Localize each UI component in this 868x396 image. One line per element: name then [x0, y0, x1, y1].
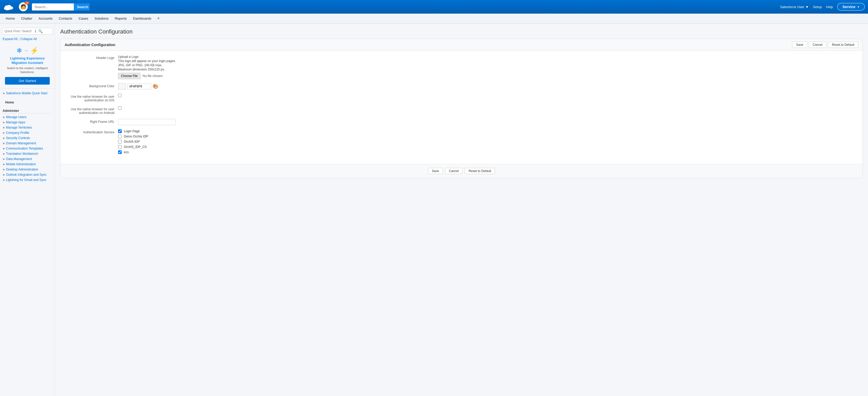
sidebar-home-label: Home — [3, 99, 52, 105]
sidebar-item-domain-management[interactable]: ▶ Domain Management — [3, 141, 52, 146]
triangle-icon: ▶ — [3, 116, 5, 118]
user-label: Salesforce User — [780, 5, 804, 9]
reset-button-top[interactable]: Reset to Default — [828, 42, 858, 48]
auth-option-demo-orchis: Demo Orchis IDP — [118, 134, 857, 138]
sidebar-item-lightning-gmail[interactable]: ▶ Lightning for Gmail and Sync — [3, 177, 52, 183]
upload-line2: This logo will appear on your login page… — [118, 59, 857, 63]
auth-checkbox-login-page[interactable] — [118, 129, 122, 133]
help-link[interactable]: Help — [826, 5, 833, 9]
notification-badge: 19 — [25, 1, 29, 4]
sidebar-search-input[interactable] — [2, 28, 34, 34]
auth-checkbox-orchis-idp-cs[interactable] — [118, 145, 122, 149]
android-checkbox[interactable] — [118, 106, 121, 110]
nav-home[interactable]: Home — [3, 14, 18, 23]
nav-contacts[interactable]: Contacts — [56, 14, 75, 23]
auth-service-row: Authentication Service Login Page Demo O… — [66, 129, 857, 156]
right-frame-url-input[interactable] — [118, 119, 176, 125]
lightning-gmail-label: Lightning for Gmail and Sync — [6, 178, 46, 182]
sidebar-item-manage-apps[interactable]: ▶ Manage Apps — [3, 120, 52, 125]
nav-dashboards[interactable]: Dashboards — [130, 14, 154, 23]
page-title: Authentication Configuration — [60, 28, 863, 35]
sidebar-info-icon[interactable]: ℹ — [34, 28, 37, 34]
service-button[interactable]: Service ▼ — [837, 3, 865, 11]
search-input[interactable] — [32, 3, 74, 10]
triangle-icon: ▶ — [3, 179, 5, 181]
sidebar-search-icon[interactable]: 🔍 — [37, 28, 44, 34]
migration-assistant-box: ❄ → ⚡ Lightning Experience Migration Ass… — [0, 43, 55, 89]
triangle-icon: ▶ — [3, 121, 5, 124]
data-management-label: Data Management — [6, 157, 32, 161]
sidebar-item-manage-users[interactable]: ▶ Manage Users — [3, 115, 52, 120]
get-started-button[interactable]: Get Started — [5, 77, 50, 85]
expand-all-link[interactable]: Expand All — [3, 37, 18, 41]
search-button[interactable]: Search — [74, 3, 90, 10]
manage-apps-label: Manage Apps — [6, 120, 25, 124]
auth-label-login-page: Login Page — [124, 129, 140, 133]
ios-browser-row: Use the native browser for user authenti… — [66, 94, 857, 102]
nav-solutions[interactable]: Solutions — [92, 14, 111, 23]
auth-label-ecs: ecs — [124, 150, 129, 154]
setup-link[interactable]: Setup — [813, 5, 822, 9]
save-button-bottom[interactable]: Save — [428, 168, 443, 174]
upload-line3: JPG, GIF or PNG, 100 KB max. — [118, 63, 857, 67]
communication-templates-label: Communication Templates — [6, 147, 43, 150]
triangle-icon: ▶ — [3, 158, 5, 160]
auth-checkbox-ecs[interactable] — [118, 150, 122, 154]
auth-option-ecs: ecs — [118, 150, 857, 154]
triangle-icon: ▶ — [3, 126, 5, 129]
sidebar-item-desktop-administration[interactable]: ▶ Desktop Administration — [3, 167, 52, 172]
sidebar-item-translation-workbench[interactable]: ▶ Translation Workbench — [3, 151, 52, 156]
secondary-navigation: Home Chatter Accounts Contacts Cases Sol… — [0, 13, 868, 24]
svg-point-3 — [5, 5, 9, 9]
collapse-all-link[interactable]: Collapse All — [21, 37, 37, 41]
sidebar-item-manage-territories[interactable]: ▶ Manage Territories — [3, 125, 52, 130]
triangle-icon: ▶ — [3, 163, 5, 165]
triangle-icon: ▶ — [3, 131, 5, 134]
auth-checkbox-orchis-idp[interactable] — [118, 140, 122, 144]
cancel-button-top[interactable]: Cancel — [809, 42, 826, 48]
auth-checkbox-demo-orchis[interactable] — [118, 134, 122, 138]
auth-config-panel: Authentication Configuration Save Cancel… — [60, 39, 863, 178]
color-row: 🎨 — [118, 83, 857, 90]
color-picker-icon[interactable]: 🎨 — [153, 84, 158, 89]
sidebar-item-mobile-administration[interactable]: ▶ Mobile Administration — [3, 161, 52, 167]
auth-label-demo-orchis: Demo Orchis IDP — [124, 134, 148, 138]
domain-management-label: Domain Management — [6, 142, 36, 145]
choose-file-button[interactable]: Choose File — [118, 73, 141, 79]
ios-checkbox[interactable] — [118, 94, 121, 97]
manage-users-label: Manage Users — [6, 115, 26, 119]
upload-line1: Upload a Logo — [118, 55, 857, 59]
sidebar-item-data-management[interactable]: ▶ Data Management — [3, 156, 52, 161]
user-dropdown-arrow: ▼ — [805, 5, 809, 9]
background-color-field: 🎨 — [118, 83, 857, 90]
top-nav-right: Salesforce User ▼ Setup Help Service ▼ — [780, 3, 865, 11]
form-header-buttons: Save Cancel Reset to Default — [792, 42, 858, 48]
sidebar-item-company-profile[interactable]: ▶ Company Profile — [3, 130, 52, 135]
color-input[interactable] — [127, 84, 151, 89]
header-logo-field: Upload a Logo This logo will appear on y… — [118, 55, 857, 79]
upload-info: Upload a Logo This logo will appear on y… — [118, 55, 857, 71]
sidebar-item-communication-templates[interactable]: ▶ Communication Templates — [3, 146, 52, 151]
nav-reports[interactable]: Reports — [112, 14, 129, 23]
service-label: Service — [842, 5, 856, 9]
add-nav-item-button[interactable]: + — [155, 15, 162, 22]
migration-icons: ❄ → ⚡ — [3, 47, 52, 55]
header-logo-row: Header Logo Upload a Logo This logo will… — [66, 55, 857, 79]
mobile-administration-label: Mobile Administration — [6, 162, 36, 166]
sidebar-item-security-controls[interactable]: ▶ Security Controls — [3, 135, 52, 141]
cancel-button-bottom[interactable]: Cancel — [445, 168, 463, 174]
nav-chatter[interactable]: Chatter — [19, 14, 35, 23]
manage-territories-label: Manage Territories — [6, 126, 32, 129]
save-button-top[interactable]: Save — [792, 42, 807, 48]
user-dropdown[interactable]: Salesforce User ▼ — [780, 5, 809, 9]
salesforce-cloud-icon — [3, 3, 15, 11]
nav-accounts[interactable]: Accounts — [36, 14, 55, 23]
file-row: Choose File No file chosen — [118, 73, 857, 79]
reset-button-bottom[interactable]: Reset to Default — [465, 168, 495, 174]
sidebar-item-quick-start[interactable]: ▶ Salesforce Mobile Quick Start — [3, 91, 52, 96]
sidebar-item-outlook-integration[interactable]: ▶ Outlook Integration and Sync — [3, 172, 52, 177]
security-controls-label: Security Controls — [6, 136, 30, 140]
nav-cases[interactable]: Cases — [76, 14, 91, 23]
sidebar: ℹ 🔍 Expand All | Collapse All ❄ → ⚡ Ligh… — [0, 24, 55, 396]
android-checkbox-row — [118, 106, 857, 110]
